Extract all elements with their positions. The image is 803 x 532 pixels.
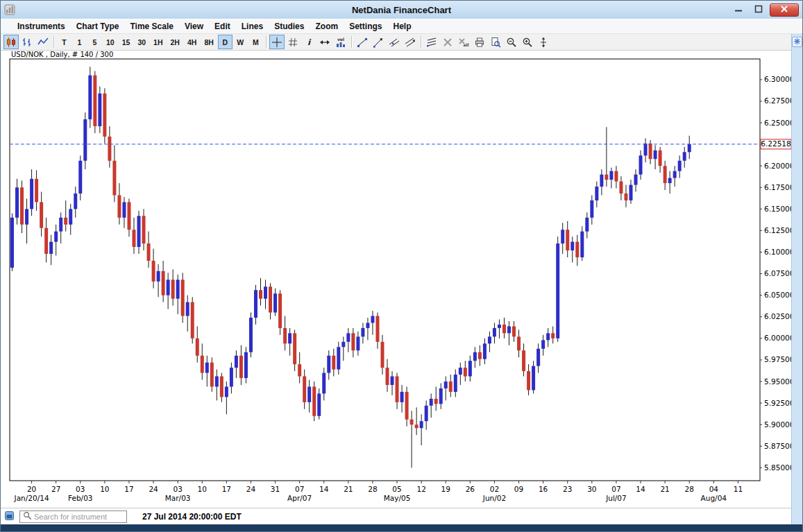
maximize-button[interactable] (750, 3, 768, 17)
candle-body (142, 216, 146, 243)
menu-item-studies[interactable]: Studies (269, 20, 310, 33)
candle-body (654, 151, 657, 159)
minimize-button[interactable] (729, 3, 747, 17)
interval-T-button[interactable]: T (57, 35, 71, 49)
chart-canvas[interactable]: USD/NOK , Daily, # 140 / 3006.300006.275… (1, 51, 791, 508)
print-icon (474, 37, 485, 48)
delete-line-button[interactable] (440, 35, 455, 49)
candle-body (69, 209, 72, 224)
interval-M-button[interactable]: M (248, 35, 263, 49)
candlestick-chart-button[interactable] (3, 35, 19, 49)
extended-line-button[interactable] (371, 35, 386, 49)
candle-body (337, 347, 340, 369)
candle-body (122, 202, 126, 217)
volume-icon: vol (335, 37, 346, 48)
ohlc-chart-button[interactable] (19, 35, 35, 49)
candle-body (283, 328, 287, 343)
scroll-mode-button[interactable] (317, 35, 332, 49)
y-axis-label: 6.25000 (764, 119, 791, 127)
interval-2H-button[interactable]: 2H (167, 35, 183, 49)
print-preview-button[interactable] (488, 35, 503, 49)
menu-item-view[interactable]: View (179, 20, 209, 33)
menu-item-edit[interactable]: Edit (209, 20, 236, 33)
menu-item-help[interactable]: Help (387, 20, 416, 33)
candle-body (532, 366, 535, 391)
candle-body (366, 323, 369, 327)
search-input[interactable] (34, 513, 124, 521)
menu-item-time-scale[interactable]: Time Scale (124, 20, 178, 33)
candle-body (332, 356, 335, 370)
candle-body (391, 377, 394, 385)
menu-item-zoom[interactable]: Zoom (310, 20, 344, 33)
trendline-button[interactable] (355, 35, 370, 49)
zoom-out-button[interactable] (504, 35, 519, 49)
x-axis-month-label: Aug/04 (701, 494, 727, 502)
candle-body (595, 187, 598, 200)
close-button[interactable] (770, 3, 799, 17)
axis-scale-button[interactable] (536, 35, 551, 49)
line-chart-button[interactable] (35, 35, 51, 49)
candle-body (624, 194, 627, 200)
grid-button[interactable] (285, 35, 301, 49)
candle-body (527, 371, 530, 390)
x-axis-day-label: 28 (368, 485, 377, 493)
candle-body (541, 340, 545, 348)
delete-all-lines-button[interactable]: all (456, 35, 471, 49)
menu-item-instruments[interactable]: Instruments (12, 20, 71, 33)
candle-body (88, 76, 92, 119)
axis-scale-icon (538, 37, 549, 48)
candle-body (644, 144, 648, 155)
candle-body (147, 243, 151, 261)
x-axis-day-label: 30 (587, 485, 596, 493)
menu-item-chart-type[interactable]: Chart Type (71, 20, 125, 33)
interval-W-button[interactable]: W (233, 35, 248, 49)
x-axis-day-label: 23 (563, 485, 572, 493)
float-panel-button[interactable] (792, 37, 802, 47)
zoom-in-icon (522, 37, 533, 48)
y-axis-label: 5.85000 (764, 463, 791, 472)
print-button[interactable] (472, 35, 487, 49)
candle-body (561, 230, 564, 243)
interval-10-button[interactable]: 10 (103, 35, 118, 49)
candle-body (78, 161, 82, 194)
candle-body (688, 144, 691, 152)
interval-30-button[interactable]: 30 (134, 35, 149, 49)
interval-5-button[interactable]: 5 (87, 35, 102, 49)
candle-body (566, 230, 569, 250)
interval-4H-button[interactable]: 4H (184, 35, 200, 49)
candle-body (459, 368, 462, 375)
candle-body (619, 182, 623, 194)
candle-body (127, 202, 130, 230)
candle-body (10, 218, 14, 268)
candle-body (298, 364, 301, 376)
x-axis-month-label: Jan/20/14 (14, 494, 49, 502)
close-icon (780, 5, 788, 15)
channel-button[interactable] (403, 35, 418, 49)
interval-8H-button[interactable]: 8H (201, 35, 217, 49)
interval-1-button[interactable]: 1 (72, 35, 87, 49)
interval-D-button[interactable]: D (218, 35, 233, 49)
menu-item-settings[interactable]: Settings (344, 20, 387, 33)
toolbar-separator (351, 36, 352, 48)
multi-line-button[interactable] (424, 35, 439, 49)
candle-body (483, 343, 487, 359)
info-button[interactable]: i (301, 35, 316, 49)
app-window: NetDania FinanceChart InstrumentsChart T… (0, 0, 803, 532)
crosshair-button[interactable] (269, 35, 285, 49)
volume-button[interactable]: vol (333, 35, 348, 49)
candle-body (30, 179, 33, 209)
interval-15-button[interactable]: 15 (119, 35, 134, 49)
candle-body (249, 318, 253, 352)
zoom-in-button[interactable] (520, 35, 535, 49)
x-axis-day-label: 10 (100, 485, 109, 493)
candle-body (205, 363, 209, 373)
interval-1H-button[interactable]: 1H (150, 35, 166, 49)
parallel-lines-button[interactable] (387, 35, 402, 49)
candle-body (327, 356, 330, 373)
candle-body (25, 209, 28, 224)
current-price-label: 6.22518 (761, 139, 791, 148)
candle-body (575, 242, 579, 257)
menu-item-lines[interactable]: Lines (236, 20, 269, 33)
ray-lines-icon (426, 37, 437, 48)
toolbar-separator (53, 36, 54, 48)
